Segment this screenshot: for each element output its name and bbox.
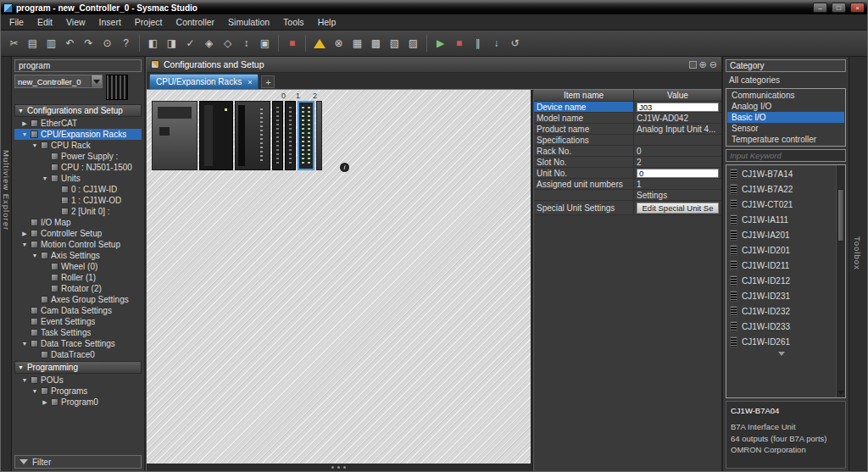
menu-edit[interactable]: Edit <box>31 15 59 29</box>
minimize-button[interactable]: – <box>813 3 827 13</box>
close-button[interactable]: × <box>850 3 865 13</box>
watch-window-icon[interactable]: ▦ <box>348 36 366 52</box>
canvas-hscrollbar[interactable] <box>147 464 531 471</box>
toolbox-item-cj1w-b7a14[interactable]: CJ1W-B7A14 <box>727 166 835 181</box>
io-module-a[interactable] <box>235 101 270 170</box>
unit-list-scrollbar[interactable] <box>836 165 845 397</box>
tree-item-cpu[interactable]: CPU : NJ501-1500 <box>14 162 142 173</box>
simulation-run-icon[interactable]: ▶ <box>431 36 449 52</box>
chevron-down-icon[interactable] <box>91 75 102 87</box>
stop-icon[interactable]: ■ <box>283 36 301 52</box>
category-sensor[interactable]: Sensor <box>727 123 844 134</box>
multiview-explorer-strip[interactable]: Multiview Explorer <box>1 57 12 471</box>
copy-icon[interactable]: ▤ <box>24 36 42 52</box>
category-all-categories[interactable]: All categories <box>726 75 846 86</box>
monitor-icon[interactable]: ▣ <box>256 36 274 52</box>
reset-icon[interactable]: ↺ <box>506 36 524 52</box>
undo-icon[interactable]: ↶ <box>61 36 79 52</box>
power-supply-module[interactable] <box>152 101 198 170</box>
category-basic-io[interactable]: Basic I/O <box>727 112 844 123</box>
unit-no-input[interactable] <box>637 169 719 178</box>
zoom-out-icon[interactable]: ⊖ <box>709 59 717 70</box>
end-cover[interactable] <box>316 101 322 170</box>
menu-help[interactable]: Help <box>311 15 343 29</box>
section-programming[interactable]: ▼ Programming <box>14 361 142 374</box>
synchronize-icon[interactable]: ↕ <box>237 36 255 52</box>
cut-icon[interactable]: ✂ <box>5 36 23 52</box>
io-map-icon[interactable]: ▨ <box>404 36 422 52</box>
go-offline-icon[interactable]: ◇ <box>219 36 236 52</box>
tree-item-data-trace-settings[interactable]: ▼Data Trace Settings <box>14 338 142 349</box>
error-list-icon[interactable]: ⊗ <box>330 36 348 52</box>
build-icon[interactable]: ◧ <box>144 36 162 52</box>
property-row-slot-no[interactable]: Slot No. 2 <box>534 157 721 168</box>
keyword-search-input[interactable] <box>726 149 846 162</box>
tree-item-datatrace0[interactable]: DataTrace0 <box>14 349 142 360</box>
category-analog-io[interactable]: Analog I/O <box>727 101 844 112</box>
scroll-down-icon[interactable] <box>837 388 845 397</box>
tree-item-controller-setup[interactable]: ▶Controller Setup <box>14 228 142 239</box>
zoom-in-icon[interactable]: ⊕ <box>699 59 707 70</box>
info-icon[interactable]: i <box>340 163 349 172</box>
menu-view[interactable]: View <box>59 15 92 29</box>
device-name-input[interactable] <box>637 103 719 112</box>
toolbox-item-cj1w-b7a22[interactable]: CJ1W-B7A22 <box>727 181 835 197</box>
unit-module-1[interactable] <box>285 101 296 170</box>
toolbox-strip[interactable]: Toolbox <box>849 57 867 471</box>
controller-select[interactable]: new_Controller_0 <box>14 75 103 88</box>
add-tab-button[interactable]: + <box>261 75 275 88</box>
property-row-specifications[interactable]: Specifications <box>534 135 721 146</box>
toolbox-item-cj1w-id261[interactable]: CJ1W-ID261 <box>727 334 835 349</box>
toolbox-item-cj1w-id232[interactable]: CJ1W-ID232 <box>727 303 835 319</box>
tree-item-cam-data-settings[interactable]: Cam Data Settings <box>14 305 142 316</box>
tree-item-axes-group-settings[interactable]: Axes Group Settings <box>14 294 142 305</box>
tree-item-axis-settings[interactable]: ▼Axis Settings <box>14 250 142 261</box>
tree-item-motion-control-setup[interactable]: ▼Motion Control Setup <box>14 239 142 250</box>
tree-item-power-supply[interactable]: Power Supply : <box>14 151 142 162</box>
step-icon[interactable]: ↓ <box>487 36 505 52</box>
go-online-icon[interactable]: ◈ <box>200 36 218 52</box>
menu-file[interactable]: File <box>3 15 31 29</box>
toolbox-item-cj1w-id211[interactable]: CJ1W-ID211 <box>727 258 835 273</box>
toolbox-item-cj1w-id231[interactable]: CJ1W-ID231 <box>727 288 835 303</box>
property-row-assigned-unit-numbers[interactable]: Assigned unit numbers 1 <box>534 179 721 190</box>
property-row-rack-no[interactable]: Rack No. 0 <box>534 146 721 157</box>
paste-icon[interactable]: ▥ <box>42 36 60 52</box>
cpu-module[interactable] <box>199 101 233 170</box>
tree-item-event-settings[interactable]: Event Settings <box>14 316 142 327</box>
tree-item-roller[interactable]: Roller (1) <box>14 272 142 283</box>
tree-item-unit-1[interactable]: 1 : CJ1W-OD <box>14 195 142 206</box>
pin-icon[interactable] <box>689 61 697 69</box>
menu-project[interactable]: Project <box>128 15 170 29</box>
tree-item-task-settings[interactable]: Task Settings <box>14 327 142 338</box>
tree-item-io-map[interactable]: I/O Map <box>14 217 142 228</box>
help-icon[interactable]: ? <box>117 36 135 52</box>
toolbox-item-cj1w-ia201[interactable]: CJ1W-IA201 <box>727 227 835 242</box>
menu-controller[interactable]: Controller <box>170 15 222 29</box>
event-log-icon[interactable]: ▧ <box>386 36 403 52</box>
filter-bar[interactable]: Filter <box>14 455 142 469</box>
toolbox-item-cj1w-id233[interactable]: CJ1W-ID233 <box>727 319 835 334</box>
maximize-button[interactable]: □ <box>832 3 846 13</box>
warning-icon[interactable] <box>314 39 326 48</box>
toolbox-item-cj1w-ia111[interactable]: CJ1W-IA111 <box>727 212 835 227</box>
property-row-unit-no[interactable]: Unit No. <box>534 168 721 179</box>
scroll-more-indicator[interactable] <box>727 349 835 358</box>
toolbox-item-cj1w-id201[interactable]: CJ1W-ID201 <box>727 242 835 258</box>
tree-item-ethercat[interactable]: ▶EtherCAT <box>14 118 142 129</box>
menu-tools[interactable]: Tools <box>276 15 311 29</box>
tab-cpu-expansion-racks[interactable]: CPU/Expansion Racks × <box>149 74 259 89</box>
menu-insert[interactable]: Insert <box>92 15 128 29</box>
menu-simulation[interactable]: Simulation <box>221 15 276 29</box>
category-communications[interactable]: Communications <box>727 90 844 101</box>
category-temperature-controller[interactable]: Temperature controller <box>727 134 844 145</box>
tree-item-programs[interactable]: ▼Programs <box>14 386 142 397</box>
tab-close-icon[interactable]: × <box>248 78 252 86</box>
tree-item-rotator[interactable]: Rotator (2) <box>14 283 142 294</box>
tree-item-unit-2[interactable]: 2 [Unit 0] : <box>14 206 142 217</box>
scrollbar-thumb[interactable] <box>837 189 844 242</box>
check-program-icon[interactable]: ✓ <box>181 36 199 52</box>
property-row-device-name[interactable]: Device name <box>534 102 721 113</box>
tree-item-unit-0[interactable]: 0 : CJ1W-ID <box>14 184 142 195</box>
search-icon[interactable]: ⊙ <box>98 36 116 52</box>
